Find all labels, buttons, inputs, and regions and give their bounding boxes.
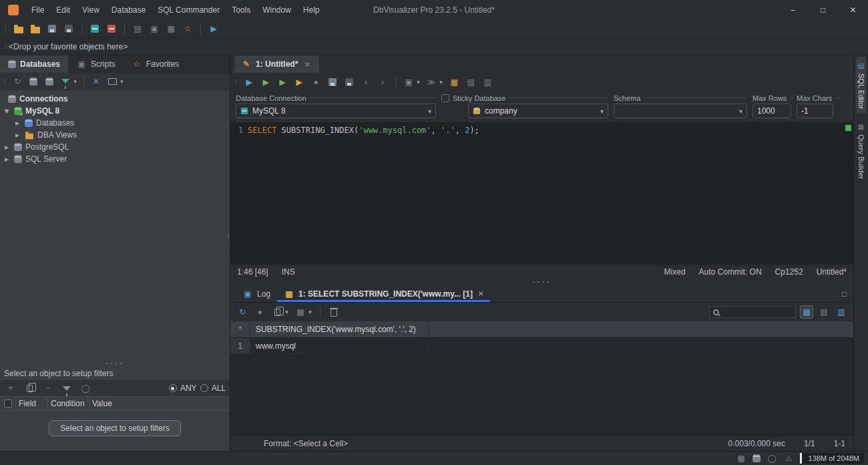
sql-dialect[interactable]: Mixed bbox=[664, 267, 686, 277]
menu-file[interactable]: File bbox=[25, 0, 50, 20]
tab-databases[interactable]: Databases bbox=[0, 55, 68, 73]
tab-log[interactable]: ▣ Log bbox=[236, 285, 277, 302]
database-icon[interactable] bbox=[43, 75, 56, 88]
open-folder-icon[interactable] bbox=[12, 22, 25, 35]
editor-toolbar-handle[interactable] bbox=[233, 78, 239, 87]
tools-icon[interactable]: ▣ bbox=[148, 22, 161, 35]
reload-grid-icon[interactable]: ↻ bbox=[236, 305, 249, 319]
tab-query-builder[interactable]: ▦ Query Builder bbox=[856, 118, 866, 184]
minimize-button[interactable]: – bbox=[778, 0, 808, 20]
sql-templates-icon[interactable]: ▣ ▾ bbox=[402, 75, 421, 89]
save-editor-as-icon[interactable] bbox=[343, 75, 356, 89]
sql-editor[interactable]: 1 SELECT SUBSTRING_INDEX('www.mysql.com'… bbox=[230, 123, 853, 264]
maximize-panel-icon[interactable]: □ bbox=[842, 289, 847, 299]
encoding[interactable]: Cp1252 bbox=[775, 267, 803, 277]
grid-corner-cell[interactable]: * bbox=[230, 321, 250, 337]
form-view-icon[interactable]: ▥ bbox=[835, 305, 848, 319]
grid-view-options-icon[interactable]: ▦ ▾ bbox=[294, 305, 313, 319]
format-selector[interactable]: Format: <Select a Cell> bbox=[264, 439, 348, 448]
chevron-right-icon[interactable]: ▸ bbox=[3, 142, 11, 152]
filters-splitter[interactable] bbox=[0, 360, 230, 367]
favorites-drop-bar[interactable]: <Drop your favorite objects here> bbox=[0, 38, 868, 55]
grid-column-header[interactable]: SUBSTRING_INDEX('www.mysql.com', '.', 2) bbox=[250, 321, 429, 337]
menu-help[interactable]: Help bbox=[297, 0, 326, 20]
refresh-objects-icon[interactable]: ↻ bbox=[11, 75, 24, 88]
favorites-drag-handle[interactable] bbox=[3, 42, 9, 51]
delete-rows-icon[interactable] bbox=[327, 305, 341, 319]
pointer-mode-icon[interactable]: ▶ bbox=[207, 22, 220, 35]
create-connection-icon[interactable] bbox=[27, 75, 40, 88]
panel-splitter-handle[interactable]: ⁞ bbox=[227, 235, 229, 237]
results-splitter[interactable] bbox=[230, 279, 853, 285]
auto-commit[interactable]: Auto Commit: ON bbox=[699, 267, 762, 277]
copy-grid-icon[interactable]: ▾ bbox=[270, 305, 290, 319]
menu-window[interactable]: Window bbox=[256, 0, 297, 20]
menu-edit[interactable]: Edit bbox=[50, 0, 76, 20]
tab-favorites[interactable]: ☆ Favorites bbox=[124, 55, 187, 73]
radio-all[interactable] bbox=[200, 384, 208, 392]
toolbar-drag-handle[interactable] bbox=[3, 24, 9, 33]
execute-options-icon[interactable]: ≫ ▾ bbox=[425, 75, 444, 89]
add-filter-icon[interactable]: + bbox=[4, 381, 17, 395]
remove-filter-icon[interactable]: − bbox=[41, 381, 55, 395]
memory-indicator[interactable]: 138M of 2048M bbox=[800, 453, 864, 464]
execute-buffer-icon[interactable]: ▶ bbox=[276, 75, 289, 89]
filter-enable-checkbox[interactable] bbox=[4, 400, 12, 408]
comment-icon[interactable]: ▥ bbox=[481, 75, 494, 89]
text-view-icon[interactable]: ▤ bbox=[817, 305, 831, 319]
save-editor-icon[interactable] bbox=[326, 75, 339, 89]
tree-item-postgresql[interactable]: ▸ PostgreSQL bbox=[0, 141, 230, 153]
stop-grid-icon[interactable]: ● bbox=[253, 305, 266, 319]
chevron-right-icon[interactable]: ▸ bbox=[3, 154, 11, 164]
max-chars-input[interactable] bbox=[797, 104, 833, 118]
highlight-icon[interactable]: ▦ bbox=[447, 75, 461, 89]
grid-status-icon[interactable]: ▦ bbox=[736, 453, 746, 464]
apply-filter-icon[interactable] bbox=[60, 381, 73, 395]
new-bookmark-folder-icon[interactable] bbox=[29, 22, 42, 35]
chevron-right-icon[interactable]: ▸ bbox=[13, 118, 21, 128]
warning-icon[interactable]: ⚠ bbox=[783, 453, 794, 464]
close-tree-node-icon[interactable]: ✕ bbox=[89, 75, 103, 88]
filter-objects-icon[interactable]: ▾ bbox=[59, 75, 78, 88]
schema-select[interactable]: ▾ bbox=[614, 104, 747, 118]
execute-explain-icon[interactable]: ▶ bbox=[292, 75, 306, 89]
copy-filter-icon[interactable] bbox=[23, 381, 36, 395]
save-as-icon[interactable] bbox=[62, 22, 75, 35]
maximize-button[interactable]: □ bbox=[808, 0, 838, 20]
close-button[interactable]: ✕ bbox=[838, 0, 868, 20]
tab-scripts[interactable]: ▣ Scripts bbox=[68, 55, 124, 73]
menu-database[interactable]: Database bbox=[105, 0, 152, 20]
menu-sql-commander[interactable]: SQL Commander bbox=[152, 0, 226, 20]
stop-icon[interactable]: ● bbox=[309, 75, 322, 89]
tree-item-dba-views[interactable]: ▸ DBA Views bbox=[0, 129, 230, 141]
close-result-tab-icon[interactable]: ✕ bbox=[478, 290, 483, 297]
chevron-expanded-icon[interactable]: ▾ bbox=[3, 106, 11, 116]
sticky-database-checkbox[interactable] bbox=[441, 94, 449, 102]
grid-search-box[interactable] bbox=[709, 306, 796, 318]
database-select[interactable]: company ▾ bbox=[468, 104, 608, 118]
history-back-icon[interactable]: ‹ bbox=[359, 75, 373, 89]
setup-filters-button[interactable]: Select an object to setup filters bbox=[49, 420, 180, 436]
chevron-right-icon[interactable]: ▸ bbox=[13, 130, 21, 140]
close-tab-icon[interactable]: ✕ bbox=[302, 59, 312, 69]
history-forward-icon[interactable]: › bbox=[376, 75, 389, 89]
tree-item-sqlserver[interactable]: ▸ SQL Server bbox=[0, 153, 230, 165]
search-input[interactable] bbox=[722, 308, 792, 316]
objects-toolbar-handle[interactable] bbox=[2, 77, 8, 86]
connections-status-icon[interactable] bbox=[752, 454, 761, 462]
notifications-icon[interactable]: ◯ bbox=[767, 453, 777, 464]
menu-tools[interactable]: Tools bbox=[226, 0, 256, 20]
grid-view-icon[interactable]: ▦ bbox=[800, 305, 813, 319]
tree-item-mysql8[interactable]: ▾ MySQL 8 bbox=[0, 105, 230, 117]
max-rows-input[interactable] bbox=[752, 104, 791, 118]
format-sql-icon[interactable]: ▤ bbox=[464, 75, 477, 89]
save-icon[interactable] bbox=[45, 22, 59, 35]
editor-tab-untitled[interactable]: ✎ 1: Untitled* ✕ bbox=[234, 55, 319, 73]
execute-icon[interactable]: ▶ bbox=[242, 75, 256, 89]
script-icon[interactable]: ▤ bbox=[131, 22, 144, 35]
permissions-icon[interactable]: ☆ bbox=[181, 22, 194, 35]
tree-item-connections[interactable]: Connections bbox=[0, 93, 230, 105]
radio-any[interactable] bbox=[169, 384, 177, 392]
database-connection-select[interactable]: MySQL 8 ▾ bbox=[236, 104, 436, 118]
tree-item-databases[interactable]: ▸ Databases bbox=[0, 117, 230, 129]
